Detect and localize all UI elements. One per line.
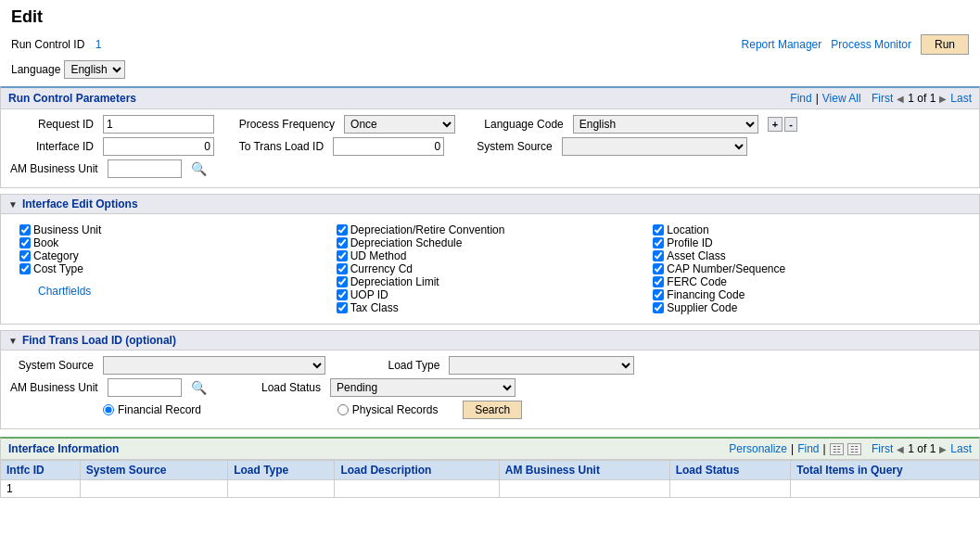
checkbox-cost-type-input[interactable]	[19, 263, 31, 274]
interface-first-link[interactable]: First	[872, 442, 893, 455]
checkbox-book-input[interactable]	[19, 237, 31, 249]
pipe-divider: |	[816, 92, 819, 105]
interface-id-input[interactable]	[103, 137, 214, 156]
checkbox-financing-code: Financing Code	[653, 288, 961, 301]
checkbox-dep-retire-input[interactable]	[337, 224, 348, 236]
find-trans-section: ▼ Find Trans Load ID (optional) System S…	[0, 330, 980, 429]
financial-record-radio[interactable]	[103, 404, 114, 415]
interface-next-arrow[interactable]: ▶	[939, 444, 947, 454]
checkbox-dep-schedule-input[interactable]	[337, 237, 348, 249]
view-all-link[interactable]: View All	[822, 92, 861, 105]
report-manager-link[interactable]: Report Manager	[742, 38, 822, 51]
physical-records-label: Physical Records	[352, 403, 439, 416]
checkbox-cap-number: CAP Number/Sequence	[653, 262, 961, 275]
col-load-description: Load Description	[335, 461, 499, 480]
load-status-select[interactable]: Pending Complete Error	[330, 378, 515, 397]
language-select[interactable]: English	[64, 60, 125, 79]
run-control-id-label: Run Control ID	[11, 38, 84, 51]
interface-info-title: Interface Information	[8, 442, 119, 455]
interface-page-indicator: 1 of 1	[908, 442, 935, 455]
checkbox-book-label: Book	[33, 236, 58, 249]
remove-row-button[interactable]: -	[784, 117, 797, 132]
first-link[interactable]: First	[872, 92, 893, 105]
checkbox-currency-cd-input[interactable]	[337, 263, 348, 274]
am-bu-search-icon[interactable]: 🔍	[191, 161, 207, 176]
form-row-2: Interface ID To Trans Load ID System Sou…	[10, 137, 970, 156]
am-bu-input-ft[interactable]	[108, 378, 182, 397]
checkbox-ud-method: UD Method	[337, 249, 644, 262]
process-monitor-link[interactable]: Process Monitor	[831, 38, 911, 51]
cell-intfc-id: 1	[1, 480, 81, 498]
physical-records-radio[interactable]	[337, 404, 349, 415]
run-control-params-nav: Find | View All First ◀ 1 of 1 ▶ Last	[790, 92, 972, 105]
grid-icon[interactable]: ☷	[830, 443, 844, 455]
trans-load-id-input[interactable]	[333, 137, 444, 156]
language-code-select[interactable]: English	[573, 115, 758, 134]
checkbox-ferc-code-input[interactable]	[653, 276, 664, 287]
last-link[interactable]: Last	[950, 92, 972, 105]
checkbox-dep-schedule-label: Depreciation Schedule	[350, 236, 463, 249]
checkbox-profile-id-label: Profile ID	[667, 236, 712, 249]
add-remove-controls: + -	[768, 117, 797, 132]
checkbox-profile-id-input[interactable]	[653, 237, 664, 249]
am-bu-search-icon-ft[interactable]: 🔍	[191, 380, 207, 395]
add-row-button[interactable]: +	[768, 117, 783, 132]
checkbox-ud-method-label: UD Method	[350, 249, 407, 262]
prev-arrow[interactable]: ◀	[897, 94, 904, 104]
personalize-link[interactable]: Personalize	[729, 442, 787, 455]
run-control-id-link[interactable]: 1	[95, 38, 102, 51]
checkbox-financing-code-input[interactable]	[653, 289, 664, 300]
interface-edit-header[interactable]: ▼ Interface Edit Options	[0, 194, 980, 214]
cell-system-source	[80, 480, 227, 498]
interface-id-label: Interface ID	[10, 140, 94, 153]
collapse-arrow-ieo: ▼	[8, 199, 18, 210]
checkbox-asset-class-input[interactable]	[653, 250, 664, 261]
checkbox-asset-class: Asset Class	[653, 249, 961, 262]
checkbox-cap-number-input[interactable]	[653, 263, 664, 274]
checkbox-dep-limit-input[interactable]	[337, 276, 348, 287]
run-control-params-body: Request ID Process Frequency Once Always…	[0, 109, 980, 188]
checkbox-category-label: Category	[33, 249, 79, 262]
process-freq-select[interactable]: Once Always Don't Run	[344, 115, 455, 134]
checkbox-business-unit-input[interactable]	[19, 224, 31, 236]
checkbox-tax-class-input[interactable]	[337, 302, 348, 313]
request-id-label: Request ID	[10, 118, 94, 131]
checkbox-location-input[interactable]	[653, 224, 664, 236]
search-button[interactable]: Search	[463, 401, 522, 419]
chartfields-link[interactable]: Chartfields	[19, 285, 91, 298]
checkbox-cost-type-label: Cost Type	[33, 262, 83, 275]
run-button[interactable]: Run	[921, 34, 969, 55]
find-trans-title: Find Trans Load ID (optional)	[22, 334, 176, 347]
checkbox-supplier-code-input[interactable]	[653, 302, 664, 313]
checkbox-supplier-code-label: Supplier Code	[667, 301, 737, 314]
find-link[interactable]: Find	[790, 92, 811, 105]
interface-last-link[interactable]: Last	[950, 442, 972, 455]
next-arrow[interactable]: ▶	[939, 94, 947, 104]
checkbox-category-input[interactable]	[19, 250, 31, 261]
form-row-3: AM Business Unit 🔍	[10, 159, 970, 178]
request-id-input[interactable]	[103, 115, 214, 134]
system-source-select-rc[interactable]	[562, 137, 747, 156]
checkbox-dep-retire-label: Depreciation/Retire Convention	[350, 223, 505, 236]
find-trans-header[interactable]: ▼ Find Trans Load ID (optional)	[0, 330, 980, 350]
checkbox-ud-method-input[interactable]	[337, 250, 348, 261]
run-control-params-title: Run Control Parameters	[8, 92, 136, 105]
interface-prev-arrow[interactable]: ◀	[897, 444, 904, 454]
load-type-select[interactable]	[449, 356, 634, 375]
checkbox-uop-id-input[interactable]	[337, 289, 348, 300]
find-trans-row1: System Source Load Type	[10, 356, 970, 375]
cell-load-status	[669, 480, 791, 498]
system-source-select-ft[interactable]	[103, 356, 325, 375]
checkbox-ferc-code: FERC Code	[653, 275, 961, 288]
checkbox-dep-retire: Depreciation/Retire Convention	[337, 223, 644, 236]
am-bu-input-rc[interactable]	[108, 159, 182, 178]
system-source-label-ft: System Source	[10, 359, 94, 372]
table-icon[interactable]: ☷	[847, 443, 861, 455]
checkbox-grid: Business Unit Book Category Cost Type	[10, 220, 970, 318]
checkbox-business-unit: Business Unit	[19, 223, 327, 236]
language-label: Language	[11, 63, 60, 76]
run-control-params-bar: Run Control Parameters Find | View All F…	[0, 86, 980, 109]
checkbox-uop-id-label: UOP ID	[350, 288, 388, 301]
interface-find-link[interactable]: Find	[797, 442, 819, 455]
find-trans-row3: Financial Record Physical Records Search	[10, 401, 970, 419]
